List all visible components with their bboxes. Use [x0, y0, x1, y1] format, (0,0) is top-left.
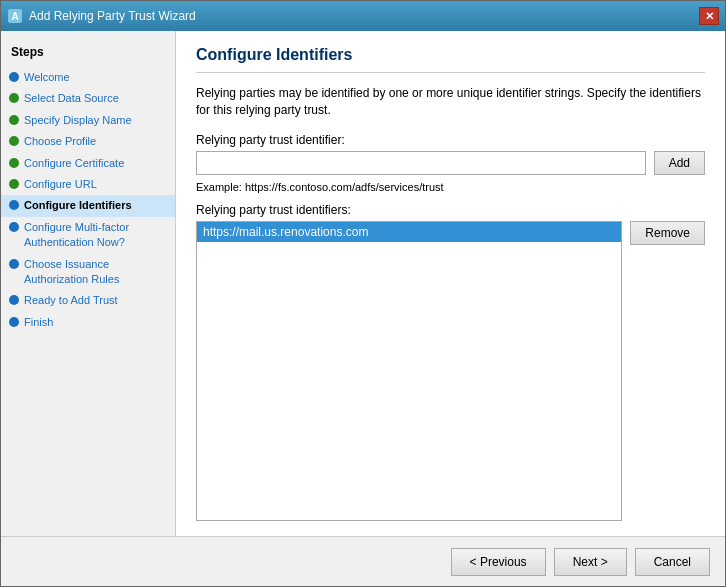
page-title: Configure Identifiers — [196, 46, 705, 73]
sidebar-item-welcome[interactable]: Welcome — [1, 67, 175, 88]
sidebar-item-label: Select Data Source — [24, 91, 165, 106]
content-area: Steps Welcome Select Data Source Specify… — [1, 31, 725, 536]
dot-icon — [9, 295, 19, 305]
sidebar-item-label: Ready to Add Trust — [24, 293, 165, 308]
footer: < Previous Next > Cancel — [1, 536, 725, 586]
sidebar-item-label: Configure Multi-factor Authentication No… — [24, 220, 165, 251]
dot-icon — [9, 72, 19, 82]
dot-icon — [9, 200, 19, 210]
svg-text:A: A — [11, 11, 18, 22]
wizard-window: A Add Relying Party Trust Wizard ✕ Steps… — [0, 0, 726, 587]
sidebar-item-choose-profile[interactable]: Choose Profile — [1, 131, 175, 152]
dot-icon — [9, 115, 19, 125]
sidebar-item-label: Choose Issuance Authorization Rules — [24, 257, 165, 288]
identifiers-list-label: Relying party trust identifiers: — [196, 203, 705, 217]
previous-button[interactable]: < Previous — [451, 548, 546, 576]
sidebar-item-select-data-source[interactable]: Select Data Source — [1, 88, 175, 109]
dot-icon — [9, 317, 19, 327]
sidebar-item-label: Choose Profile — [24, 134, 165, 149]
identifiers-row: https://mail.us.renovations.com Remove — [196, 221, 705, 521]
sidebar-item-ready-to-add[interactable]: Ready to Add Trust — [1, 290, 175, 311]
identifier-input-row: Add — [196, 151, 705, 175]
identifier-item[interactable]: https://mail.us.renovations.com — [197, 222, 621, 242]
sidebar-item-specify-display-name[interactable]: Specify Display Name — [1, 110, 175, 131]
sidebar-heading: Steps — [1, 41, 175, 67]
identifier-input[interactable] — [196, 151, 646, 175]
description-text: Relying parties may be identified by one… — [196, 85, 705, 119]
dot-icon — [9, 136, 19, 146]
title-bar: A Add Relying Party Trust Wizard ✕ — [1, 1, 725, 31]
dot-icon — [9, 93, 19, 103]
sidebar-item-label: Configure Identifiers — [24, 198, 165, 213]
add-button[interactable]: Add — [654, 151, 705, 175]
window-title: Add Relying Party Trust Wizard — [29, 9, 196, 23]
identifiers-list: https://mail.us.renovations.com — [196, 221, 622, 521]
dot-icon — [9, 259, 19, 269]
dot-icon — [9, 158, 19, 168]
identifier-input-label: Relying party trust identifier: — [196, 133, 705, 147]
dot-icon — [9, 179, 19, 189]
close-button[interactable]: ✕ — [699, 7, 719, 25]
sidebar-item-configure-multifactor[interactable]: Configure Multi-factor Authentication No… — [1, 217, 175, 254]
main-panel: Configure Identifiers Relying parties ma… — [176, 31, 725, 536]
sidebar-item-label: Welcome — [24, 70, 165, 85]
sidebar-item-label: Configure Certificate — [24, 156, 165, 171]
remove-button[interactable]: Remove — [630, 221, 705, 245]
identifiers-buttons: Remove — [630, 221, 705, 521]
cancel-button[interactable]: Cancel — [635, 548, 710, 576]
sidebar-item-configure-identifiers[interactable]: Configure Identifiers — [1, 195, 175, 216]
sidebar-item-finish[interactable]: Finish — [1, 312, 175, 333]
sidebar-item-label: Finish — [24, 315, 165, 330]
app-icon: A — [7, 8, 23, 24]
sidebar-item-label: Configure URL — [24, 177, 165, 192]
sidebar-item-configure-url[interactable]: Configure URL — [1, 174, 175, 195]
title-bar-left: A Add Relying Party Trust Wizard — [7, 8, 196, 24]
sidebar-item-choose-issuance[interactable]: Choose Issuance Authorization Rules — [1, 254, 175, 291]
sidebar-item-configure-certificate[interactable]: Configure Certificate — [1, 153, 175, 174]
example-text: Example: https://fs.contoso.com/adfs/ser… — [196, 181, 705, 193]
next-button[interactable]: Next > — [554, 548, 627, 576]
sidebar: Steps Welcome Select Data Source Specify… — [1, 31, 176, 536]
dot-icon — [9, 222, 19, 232]
sidebar-item-label: Specify Display Name — [24, 113, 165, 128]
